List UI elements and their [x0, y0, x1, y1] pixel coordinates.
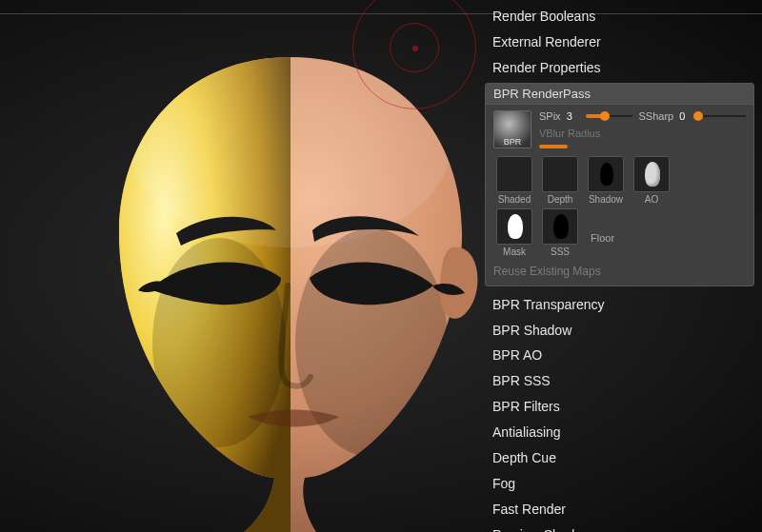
renderpass-thumb-shaded — [496, 156, 532, 192]
viewport[interactable] — [0, 0, 471, 532]
renderpass-caption: Shaded — [498, 194, 531, 205]
panel-bpr-renderpass: BPR RenderPass BPR SPix 3 SSharp 0 — [485, 83, 754, 286]
spix-value: 3 — [567, 110, 580, 122]
renderpass-thumb-mask — [496, 208, 532, 245]
menu-render-properties[interactable]: Render Properties — [471, 55, 762, 81]
renderpass-shadow[interactable]: Shadow — [585, 156, 627, 205]
panel-body: BPR SPix 3 SSharp 0 — [486, 105, 753, 286]
menu-bpr-filters[interactable]: BPR Filters — [471, 394, 762, 420]
reuse-existing-maps[interactable]: Reuse Existing Maps — [493, 265, 746, 278]
renderpass-depth[interactable]: Depth — [539, 156, 581, 205]
renderpass-caption: AO — [645, 194, 658, 205]
svg-point-2 — [129, 38, 452, 247]
spix-label: SPix — [539, 110, 561, 122]
menu-bpr-sss[interactable]: BPR SSS — [471, 368, 762, 394]
menu-preview-shadows[interactable]: Preview Shadows — [471, 522, 762, 532]
menu-bpr-ao[interactable]: BPR AO — [471, 343, 762, 368]
renderpass-caption: Shadow — [589, 194, 623, 205]
render-preview — [86, 29, 495, 532]
renderpass-thumb-ao — [633, 156, 670, 192]
ssharp-label: SSharp — [638, 110, 673, 122]
renderpass-shaded[interactable]: Shaded — [493, 156, 535, 205]
renderpass-thumb-depth — [542, 156, 578, 192]
renderpass-ao[interactable]: AO — [631, 156, 672, 205]
renderpass-sss[interactable]: SSS — [539, 208, 581, 257]
renderpass-thumb-sss — [542, 208, 578, 245]
spix-slider[interactable] — [586, 115, 633, 117]
bpr-render-label: BPR — [494, 137, 531, 147]
menu-fog[interactable]: Fog — [471, 471, 762, 497]
renderpass-caption: SSS — [551, 246, 570, 257]
render-menu: Render Booleans External Renderer Render… — [471, 0, 762, 532]
menu-render-booleans[interactable]: Render Booleans — [471, 4, 762, 30]
menu-fast-render[interactable]: Fast Render — [471, 497, 762, 522]
menu-depth-cue[interactable]: Depth Cue — [471, 445, 762, 471]
ssharp-value: 0 — [679, 110, 692, 122]
renderpass-caption: Depth — [548, 194, 573, 205]
renderpass-mask[interactable]: Mask — [493, 208, 535, 257]
renderpass-grid: ShadedDepthShadowAOMaskSSSFloor — [493, 156, 693, 257]
renderpass-thumb-shadow — [588, 156, 624, 192]
vblur-label: VBlur Radius — [539, 128, 746, 139]
vblur-slider[interactable] — [539, 145, 568, 148]
renderpass-caption: Mask — [503, 246, 526, 257]
ssharp-slider[interactable] — [698, 115, 746, 117]
menu-external-renderer[interactable]: External Renderer — [471, 30, 762, 55]
panel-title-bpr-renderpass[interactable]: BPR RenderPass — [486, 84, 753, 105]
menu-bpr-transparency[interactable]: BPR Transparency — [471, 292, 762, 318]
bpr-render-button[interactable]: BPR — [493, 110, 531, 148]
bpr-quality-sliders: SPix 3 SSharp 0 VBlur Radius — [539, 110, 746, 148]
menu-bpr-shadow[interactable]: BPR Shadow — [471, 318, 762, 344]
renderpass-floor[interactable]: Floor — [585, 221, 614, 244]
menu-antialiasing[interactable]: Antialiasing — [471, 420, 762, 445]
